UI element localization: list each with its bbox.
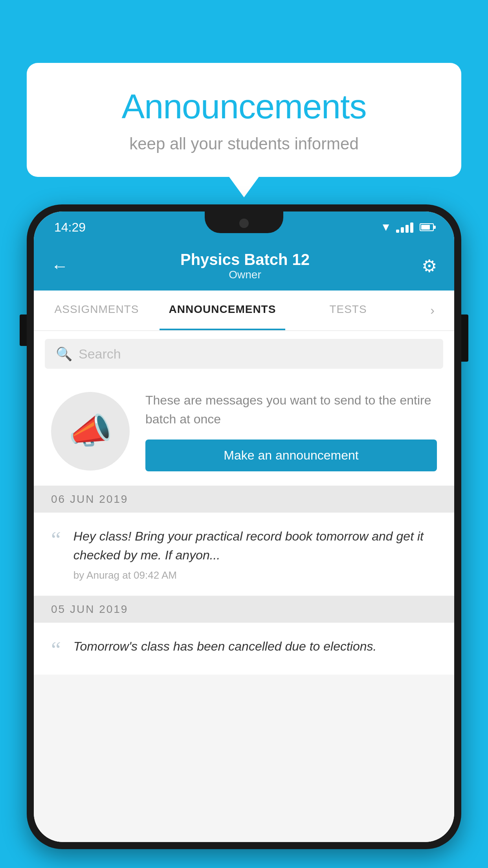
make-announcement-button[interactable]: Make an announcement	[145, 440, 437, 471]
settings-icon[interactable]: ⚙	[422, 256, 437, 276]
back-button[interactable]: ←	[51, 256, 68, 276]
search-input[interactable]: Search	[79, 346, 121, 362]
header-title: Physics Batch 12	[180, 251, 310, 268]
battery-fill	[421, 225, 430, 230]
quote-icon-1: “	[51, 528, 61, 550]
announcement-text-1: Hey class! Bring your practical record b…	[73, 527, 437, 565]
date-separator-1: 06 JUN 2019	[34, 486, 454, 513]
app-header: ← Physics Batch 12 Owner ⚙	[34, 243, 454, 291]
phone-notch	[205, 211, 283, 233]
announcement-content-2: Tomorrow's class has been cancelled due …	[73, 637, 437, 660]
battery-icon	[420, 223, 434, 231]
megaphone-icon: 📣	[68, 410, 112, 452]
announcement-item-1[interactable]: “ Hey class! Bring your practical record…	[34, 513, 454, 596]
content-area: 🔍 Search 📣 These are messages you want t…	[34, 331, 454, 842]
speech-bubble-container: Announcements keep all your students inf…	[27, 63, 461, 177]
search-bar: 🔍 Search	[34, 331, 454, 377]
announcement-meta-1: by Anurag at 09:42 AM	[73, 569, 437, 581]
camera-dot	[239, 219, 249, 228]
announcement-text-2: Tomorrow's class has been cancelled due …	[73, 637, 437, 656]
tab-assignments[interactable]: ASSIGNMENTS	[34, 291, 160, 330]
announcements-heading: Announcements	[42, 86, 446, 127]
status-time: 14:29	[54, 220, 86, 235]
tab-tests[interactable]: TESTS	[285, 291, 411, 330]
status-icons: ▼	[380, 221, 434, 234]
signal-bar-4	[410, 223, 413, 233]
phone-screen: 14:29 ▼	[34, 211, 454, 842]
phone-outer: 14:29 ▼	[27, 204, 461, 849]
search-icon: 🔍	[56, 346, 72, 362]
phone-mockup: 14:29 ▼	[27, 204, 461, 849]
tabs-bar: ASSIGNMENTS ANNOUNCEMENTS TESTS ›	[34, 291, 454, 331]
signal-bars-icon	[396, 222, 413, 233]
header-subtitle: Owner	[180, 268, 310, 281]
announcement-item-2[interactable]: “ Tomorrow's class has been cancelled du…	[34, 623, 454, 675]
speech-bubble: Announcements keep all your students inf…	[27, 63, 461, 177]
status-bar: 14:29 ▼	[34, 211, 454, 243]
tab-more[interactable]: ›	[411, 291, 454, 330]
wifi-icon: ▼	[380, 221, 391, 234]
tab-announcements[interactable]: ANNOUNCEMENTS	[160, 291, 285, 330]
announcement-prompt: 📣 These are messages you want to send to…	[34, 377, 454, 486]
megaphone-circle: 📣	[51, 392, 130, 471]
prompt-description: These are messages you want to send to t…	[145, 391, 437, 428]
header-title-block: Physics Batch 12 Owner	[180, 251, 310, 281]
signal-bar-1	[396, 230, 399, 233]
date-separator-2: 05 JUN 2019	[34, 596, 454, 623]
prompt-right: These are messages you want to send to t…	[145, 391, 437, 471]
signal-bar-3	[405, 225, 409, 233]
quote-icon-2: “	[51, 638, 61, 660]
announcements-subtitle: keep all your students informed	[42, 134, 446, 153]
search-input-wrapper[interactable]: 🔍 Search	[45, 339, 443, 369]
signal-bar-2	[401, 227, 404, 233]
announcement-content-1: Hey class! Bring your practical record b…	[73, 527, 437, 581]
